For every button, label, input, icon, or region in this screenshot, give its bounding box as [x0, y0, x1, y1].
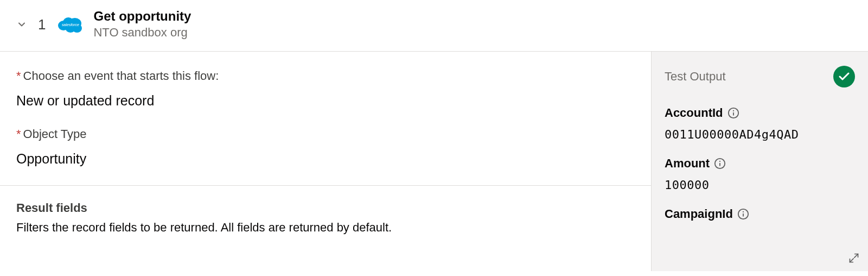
expand-icon[interactable] — [847, 252, 860, 265]
event-label-text: Choose an event that starts this flow: — [23, 69, 219, 83]
output-field: CampaignId — [665, 207, 855, 221]
object-type-value[interactable]: Opportunity — [16, 151, 635, 167]
step-header: 1 salesforce Get opportunity NTO sandbox… — [0, 0, 868, 51]
output-field-name: Amount — [665, 156, 710, 171]
output-field-value: 0011U00000AD4g4QAD — [665, 128, 855, 141]
step-subtitle: NTO sandbox org — [93, 24, 191, 41]
step-title-block: Get opportunity NTO sandbox org — [93, 9, 191, 40]
svg-point-11 — [719, 161, 720, 162]
output-field: AccountId 0011U00000AD4g4QAD — [665, 106, 855, 141]
info-icon[interactable] — [727, 107, 739, 119]
output-field: Amount 100000 — [665, 156, 855, 192]
chevron-down-icon[interactable] — [15, 18, 28, 31]
test-output-title: Test Output — [665, 70, 726, 84]
object-type-label-text: Object Type — [23, 127, 87, 141]
result-fields-description: Filters the record fields to be returned… — [16, 221, 635, 235]
result-fields-title: Result fields — [16, 201, 635, 215]
step-title: Get opportunity — [93, 9, 191, 24]
output-field-name: CampaignId — [665, 207, 733, 221]
svg-point-14 — [743, 211, 744, 212]
required-indicator: * — [16, 127, 21, 141]
event-value[interactable]: New or updated record — [16, 93, 635, 109]
success-check-icon — [833, 66, 855, 87]
salesforce-icon: salesforce — [56, 15, 85, 34]
svg-point-8 — [732, 110, 733, 111]
svg-line-20 — [850, 259, 854, 262]
event-label: *Choose an event that starts this flow: — [16, 69, 635, 83]
step-number: 1 — [38, 16, 46, 33]
info-icon[interactable] — [737, 208, 749, 220]
info-icon[interactable] — [714, 158, 726, 170]
form-column: *Choose an event that starts this flow: … — [0, 52, 651, 271]
svg-text:salesforce: salesforce — [62, 23, 80, 27]
divider — [0, 185, 651, 186]
svg-line-17 — [854, 254, 858, 258]
output-field-name: AccountId — [665, 106, 723, 120]
object-type-label: *Object Type — [16, 127, 635, 141]
test-output-panel: Test Output AccountId 0011U00000AD4g4QAD… — [651, 52, 868, 271]
body-row: *Choose an event that starts this flow: … — [0, 52, 868, 271]
required-indicator: * — [16, 69, 21, 83]
test-output-header: Test Output — [665, 66, 855, 87]
output-field-value: 100000 — [665, 178, 855, 192]
